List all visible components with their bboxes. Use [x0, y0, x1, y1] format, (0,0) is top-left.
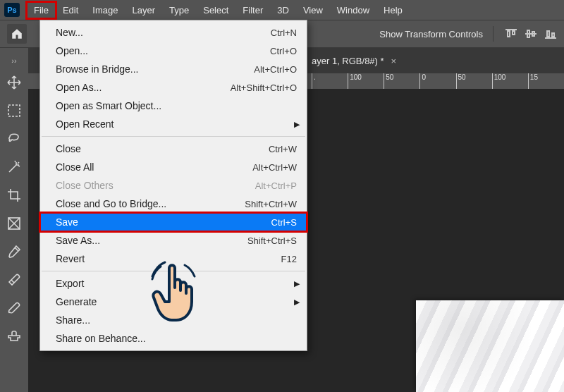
move-tool-icon — [6, 75, 22, 90]
menu-item-shortcut: Alt+Shift+Ctrl+O — [231, 82, 297, 93]
document-tab-title[interactable]: ayer 1, RGB/8#) * — [312, 56, 384, 66]
eyedropper-tool[interactable] — [4, 241, 25, 262]
show-transform-label: Show Transform Controls — [379, 29, 483, 39]
menu-item-label: Open Recent — [56, 118, 297, 130]
menu-image[interactable]: Image — [85, 2, 125, 18]
ruler-tick: 100 — [492, 73, 528, 89]
close-tab-button[interactable]: × — [391, 56, 397, 66]
menu-item-shortcut: Alt+Ctrl+W — [252, 162, 297, 173]
menu-item-share-on-behance[interactable]: Share on Behance... — [40, 329, 307, 348]
healing-brush-tool-icon — [6, 272, 22, 288]
menu-item-shortcut: Ctrl+O — [270, 46, 297, 56]
brush-tool[interactable] — [4, 298, 25, 319]
svg-rect-2 — [513, 31, 515, 35]
menu-item-label: Share on Behance... — [56, 333, 297, 344]
document-image — [416, 300, 564, 392]
menu-separator — [42, 136, 305, 137]
brush-tool-icon — [6, 300, 22, 316]
menu-item-label: Browse in Bridge... — [56, 63, 254, 75]
menu-item-open-as-smart-object[interactable]: Open as Smart Object... — [40, 97, 307, 115]
menu-item-open[interactable]: Open...Ctrl+O — [40, 42, 307, 60]
menu-item-close-and-go-to-bridge[interactable]: Close and Go to Bridge...Shift+Ctrl+W — [40, 195, 307, 213]
app-logo: Ps — [4, 3, 20, 17]
magic-wand-tool-icon — [6, 159, 22, 175]
home-icon — [11, 27, 23, 40]
menu-item-shortcut: Ctrl+W — [269, 144, 297, 154]
cursor-hand-icon — [148, 261, 200, 324]
menu-item-label: Close — [56, 143, 269, 154]
svg-rect-1 — [508, 31, 510, 37]
menu-item-shortcut: Ctrl+S — [271, 217, 297, 228]
ruler-tick: 50 — [384, 73, 419, 89]
menu-edit[interactable]: Edit — [56, 2, 85, 18]
menu-item-shortcut: Shift+Ctrl+W — [245, 199, 297, 209]
menu-item-label: Save As... — [56, 235, 247, 246]
ruler-tick: 50 — [456, 73, 492, 89]
align-bottom-button[interactable] — [543, 26, 558, 42]
menu-item-close-all[interactable]: Close AllAlt+Ctrl+W — [40, 158, 307, 176]
menu-item-label: Open... — [56, 45, 270, 56]
submenu-arrow-icon: ▶ — [294, 279, 300, 288]
submenu-arrow-icon: ▶ — [294, 298, 300, 307]
menu-item-close-others: Close OthersAlt+Ctrl+P — [40, 176, 307, 195]
frame-tool[interactable] — [4, 213, 25, 234]
svg-rect-9 — [8, 105, 20, 116]
lasso-tool[interactable] — [4, 128, 25, 149]
menu-item-shortcut: Shift+Ctrl+S — [247, 235, 297, 246]
panel-expander-icon[interactable]: ›› — [8, 56, 20, 63]
align-buttons — [493, 26, 558, 42]
menu-item-label: Open As... — [56, 82, 231, 93]
healing-brush-tool[interactable] — [4, 269, 25, 290]
menu-3d[interactable]: 3D — [270, 2, 296, 18]
menu-item-open-recent[interactable]: Open Recent▶ — [40, 115, 307, 133]
menu-item-label: Close All — [56, 161, 252, 173]
menu-item-save-as[interactable]: Save As...Shift+Ctrl+S — [40, 231, 307, 250]
menu-help[interactable]: Help — [376, 2, 410, 18]
menu-item-label: Close and Go to Bridge... — [56, 198, 245, 209]
align-top-button[interactable] — [503, 26, 519, 42]
ruler-tick: 100 — [348, 73, 384, 89]
menu-item-shortcut: Ctrl+N — [271, 27, 297, 38]
svg-rect-7 — [547, 31, 549, 37]
menu-filter[interactable]: Filter — [235, 2, 270, 18]
clone-stamp-tool[interactable] — [4, 326, 25, 347]
crop-tool[interactable] — [4, 185, 25, 206]
menu-item-shortcut: Alt+Ctrl+O — [254, 64, 297, 75]
ruler-tick: . — [312, 73, 348, 89]
menu-item-close[interactable]: CloseCtrl+W — [40, 140, 307, 158]
ruler-tick: 0 — [419, 73, 455, 89]
menu-item-new[interactable]: New...Ctrl+N — [40, 23, 307, 42]
menu-item-label: Close Others — [56, 180, 255, 191]
menu-view[interactable]: View — [296, 2, 330, 18]
menu-item-open-as[interactable]: Open As...Alt+Shift+Ctrl+O — [40, 78, 307, 97]
menu-type[interactable]: Type — [162, 2, 196, 18]
menu-window[interactable]: Window — [330, 2, 376, 18]
menu-item-shortcut: Alt+Ctrl+P — [255, 180, 297, 191]
menu-select[interactable]: Select — [196, 2, 235, 18]
clone-stamp-tool-icon — [6, 329, 22, 344]
marquee-tool[interactable] — [4, 100, 25, 121]
frame-tool-icon — [6, 216, 22, 231]
svg-rect-8 — [552, 33, 554, 37]
align-middle-button[interactable] — [523, 26, 539, 42]
lasso-tool-icon — [6, 131, 22, 147]
menu-item-browse-in-bridge[interactable]: Browse in Bridge...Alt+Ctrl+O — [40, 60, 307, 78]
home-button[interactable] — [7, 24, 27, 44]
menu-file[interactable]: File — [27, 2, 56, 18]
move-tool[interactable] — [4, 72, 25, 93]
menu-layer[interactable]: Layer — [125, 2, 163, 18]
menu-bar: Ps FileEditImageLayerTypeSelectFilter3DV… — [0, 0, 564, 20]
submenu-arrow-icon: ▶ — [294, 120, 300, 129]
marquee-tool-icon — [6, 103, 22, 118]
magic-wand-tool[interactable] — [4, 157, 25, 178]
crop-tool-icon — [6, 188, 22, 203]
menu-item-label: New... — [56, 27, 271, 38]
menu-item-label: Open as Smart Object... — [56, 100, 297, 111]
ruler-tick: 15 — [528, 73, 564, 89]
eyedropper-tool-icon — [6, 244, 22, 259]
menu-item-save[interactable]: SaveCtrl+S — [40, 213, 307, 231]
menu-item-label: Save — [56, 216, 271, 228]
tool-panel: ›› — [0, 48, 28, 347]
menu-item-shortcut: F12 — [281, 254, 297, 264]
